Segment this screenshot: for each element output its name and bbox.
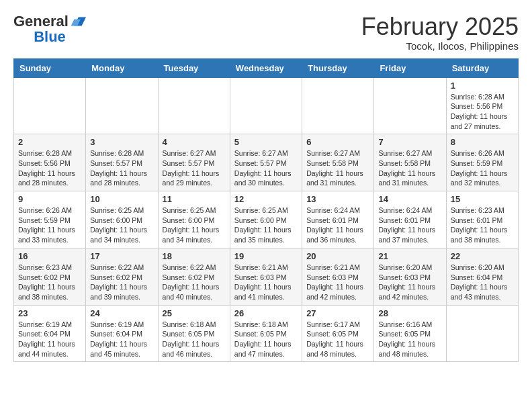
day-number: 13 (306, 194, 369, 204)
calendar-week-row: 2Sunrise: 6:28 AM Sunset: 5:56 PM Daylig… (14, 134, 519, 191)
day-info: Sunrise: 6:20 AM Sunset: 6:04 PM Dayligh… (451, 263, 514, 302)
calendar-cell: 5Sunrise: 6:27 AM Sunset: 5:57 PM Daylig… (230, 134, 302, 191)
day-number: 14 (378, 194, 441, 204)
day-number: 6 (306, 137, 369, 147)
calendar-cell: 24Sunrise: 6:19 AM Sunset: 6:04 PM Dayli… (86, 305, 158, 362)
calendar-cell: 18Sunrise: 6:22 AM Sunset: 6:02 PM Dayli… (158, 248, 230, 305)
logo-text-blue: Blue (34, 30, 66, 44)
calendar-cell: 23Sunrise: 6:19 AM Sunset: 6:04 PM Dayli… (14, 305, 86, 362)
day-number: 22 (451, 251, 514, 261)
day-info: Sunrise: 6:28 AM Sunset: 5:56 PM Dayligh… (451, 92, 514, 132)
day-number: 27 (306, 308, 369, 318)
location-subtitle: Tocok, Ilocos, Philippines (361, 40, 519, 52)
day-number: 28 (378, 308, 441, 318)
calendar-cell: 26Sunrise: 6:18 AM Sunset: 6:05 PM Dayli… (230, 305, 302, 362)
calendar-cell: 20Sunrise: 6:21 AM Sunset: 6:03 PM Dayli… (302, 248, 374, 305)
calendar-cell: 22Sunrise: 6:20 AM Sunset: 6:04 PM Dayli… (446, 248, 518, 305)
day-info: Sunrise: 6:25 AM Sunset: 6:00 PM Dayligh… (90, 205, 153, 245)
calendar-cell: 1Sunrise: 6:28 AM Sunset: 5:56 PM Daylig… (446, 77, 518, 134)
calendar-cell: 11Sunrise: 6:25 AM Sunset: 6:00 PM Dayli… (158, 191, 230, 248)
day-number: 26 (234, 308, 298, 318)
page-header: General Blue February 2025 Tocok, Ilocos… (13, 13, 519, 52)
logo-text-general: General (13, 14, 69, 29)
day-info: Sunrise: 6:26 AM Sunset: 5:59 PM Dayligh… (451, 148, 514, 188)
calendar-cell (86, 77, 158, 134)
calendar-cell (374, 77, 446, 134)
calendar-cell: 4Sunrise: 6:27 AM Sunset: 5:57 PM Daylig… (158, 134, 230, 191)
day-info: Sunrise: 6:27 AM Sunset: 5:58 PM Dayligh… (378, 148, 441, 188)
day-number: 21 (378, 251, 441, 261)
day-number: 1 (451, 81, 514, 91)
day-info: Sunrise: 6:21 AM Sunset: 6:03 PM Dayligh… (306, 263, 369, 302)
title-block: February 2025 Tocok, Ilocos, Philippines (361, 13, 519, 52)
calendar-cell: 15Sunrise: 6:23 AM Sunset: 6:01 PM Dayli… (446, 191, 518, 248)
calendar-cell: 27Sunrise: 6:17 AM Sunset: 6:05 PM Dayli… (302, 305, 374, 362)
calendar-cell: 17Sunrise: 6:22 AM Sunset: 6:02 PM Dayli… (86, 248, 158, 305)
calendar-cell (230, 77, 302, 134)
day-number: 24 (90, 308, 153, 318)
day-info: Sunrise: 6:24 AM Sunset: 6:01 PM Dayligh… (306, 205, 369, 245)
day-number: 12 (234, 194, 298, 204)
day-info: Sunrise: 6:20 AM Sunset: 6:03 PM Dayligh… (378, 263, 441, 302)
weekday-header-saturday: Saturday (446, 58, 518, 77)
day-info: Sunrise: 6:27 AM Sunset: 5:57 PM Dayligh… (234, 148, 298, 188)
day-info: Sunrise: 6:22 AM Sunset: 6:02 PM Dayligh… (90, 263, 153, 302)
day-info: Sunrise: 6:21 AM Sunset: 6:03 PM Dayligh… (234, 263, 298, 302)
day-number: 4 (163, 137, 226, 147)
calendar-week-row: 16Sunrise: 6:23 AM Sunset: 6:02 PM Dayli… (14, 248, 519, 305)
weekday-header-wednesday: Wednesday (230, 58, 302, 77)
calendar-table: SundayMondayTuesdayWednesdayThursdayFrid… (13, 58, 519, 363)
day-info: Sunrise: 6:27 AM Sunset: 5:58 PM Dayligh… (306, 148, 369, 188)
day-number: 25 (163, 308, 226, 318)
calendar-cell: 3Sunrise: 6:28 AM Sunset: 5:57 PM Daylig… (86, 134, 158, 191)
day-number: 8 (451, 137, 514, 147)
day-number: 20 (306, 251, 369, 261)
weekday-header-sunday: Sunday (14, 58, 86, 77)
weekday-header-thursday: Thursday (302, 58, 374, 77)
day-info: Sunrise: 6:22 AM Sunset: 6:02 PM Dayligh… (163, 263, 226, 302)
weekday-header-row: SundayMondayTuesdayWednesdayThursdayFrid… (14, 58, 519, 77)
month-year-title: February 2025 (361, 13, 519, 40)
weekday-header-monday: Monday (86, 58, 158, 77)
calendar-cell (14, 77, 86, 134)
day-info: Sunrise: 6:19 AM Sunset: 6:04 PM Dayligh… (18, 320, 81, 359)
day-number: 5 (234, 137, 298, 147)
logo-icon (70, 13, 86, 30)
day-number: 10 (90, 194, 153, 204)
calendar-cell: 19Sunrise: 6:21 AM Sunset: 6:03 PM Dayli… (230, 248, 302, 305)
day-number: 19 (234, 251, 298, 261)
calendar-cell: 2Sunrise: 6:28 AM Sunset: 5:56 PM Daylig… (14, 134, 86, 191)
calendar-cell: 13Sunrise: 6:24 AM Sunset: 6:01 PM Dayli… (302, 191, 374, 248)
day-number: 7 (378, 137, 441, 147)
day-number: 18 (163, 251, 226, 261)
day-number: 9 (18, 194, 81, 204)
calendar-cell: 9Sunrise: 6:26 AM Sunset: 5:59 PM Daylig… (14, 191, 86, 248)
calendar-cell: 25Sunrise: 6:18 AM Sunset: 6:05 PM Dayli… (158, 305, 230, 362)
day-info: Sunrise: 6:23 AM Sunset: 6:01 PM Dayligh… (451, 205, 514, 245)
calendar-cell: 12Sunrise: 6:25 AM Sunset: 6:00 PM Dayli… (230, 191, 302, 248)
calendar-cell: 21Sunrise: 6:20 AM Sunset: 6:03 PM Dayli… (374, 248, 446, 305)
logo: General Blue (13, 13, 86, 44)
day-number: 23 (18, 308, 81, 318)
calendar-cell: 10Sunrise: 6:25 AM Sunset: 6:00 PM Dayli… (86, 191, 158, 248)
weekday-header-friday: Friday (374, 58, 446, 77)
calendar-week-row: 1Sunrise: 6:28 AM Sunset: 5:56 PM Daylig… (14, 77, 519, 134)
day-info: Sunrise: 6:18 AM Sunset: 6:05 PM Dayligh… (234, 320, 298, 359)
calendar-cell: 8Sunrise: 6:26 AM Sunset: 5:59 PM Daylig… (446, 134, 518, 191)
calendar-cell (446, 305, 518, 362)
day-info: Sunrise: 6:28 AM Sunset: 5:56 PM Dayligh… (18, 148, 81, 188)
day-number: 17 (90, 251, 153, 261)
calendar-cell (302, 77, 374, 134)
calendar-cell: 16Sunrise: 6:23 AM Sunset: 6:02 PM Dayli… (14, 248, 86, 305)
day-info: Sunrise: 6:24 AM Sunset: 6:01 PM Dayligh… (378, 205, 441, 245)
day-info: Sunrise: 6:27 AM Sunset: 5:57 PM Dayligh… (163, 148, 226, 188)
day-info: Sunrise: 6:28 AM Sunset: 5:57 PM Dayligh… (90, 148, 153, 188)
calendar-cell: 14Sunrise: 6:24 AM Sunset: 6:01 PM Dayli… (374, 191, 446, 248)
day-info: Sunrise: 6:19 AM Sunset: 6:04 PM Dayligh… (90, 320, 153, 359)
day-info: Sunrise: 6:23 AM Sunset: 6:02 PM Dayligh… (18, 263, 81, 302)
day-number: 3 (90, 137, 153, 147)
day-info: Sunrise: 6:25 AM Sunset: 6:00 PM Dayligh… (163, 205, 226, 245)
calendar-cell: 7Sunrise: 6:27 AM Sunset: 5:58 PM Daylig… (374, 134, 446, 191)
day-info: Sunrise: 6:25 AM Sunset: 6:00 PM Dayligh… (234, 205, 298, 245)
weekday-header-tuesday: Tuesday (158, 58, 230, 77)
